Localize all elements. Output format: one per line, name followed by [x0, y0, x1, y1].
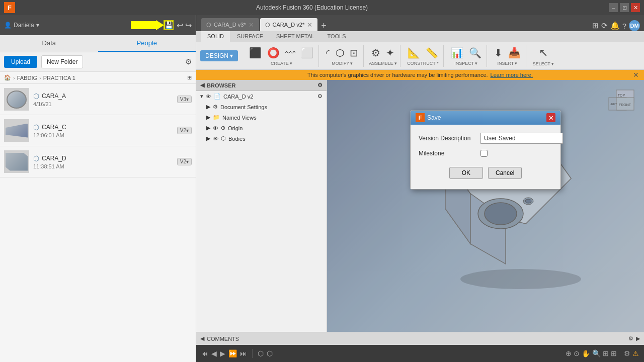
- extrude-button[interactable]: ⬛: [247, 46, 264, 60]
- minimize-button[interactable]: –: [609, 3, 618, 12]
- tab-data[interactable]: Data: [0, 35, 98, 52]
- tree-eye-icon[interactable]: 👁: [206, 94, 211, 100]
- upload-button[interactable]: Upload: [4, 56, 37, 68]
- inspect-label[interactable]: INSPECT▾: [454, 61, 477, 66]
- insert-mesh-button[interactable]: 📥: [506, 46, 523, 60]
- restore-button[interactable]: ⊡: [620, 3, 629, 12]
- ribbon-tab-sheet-metal[interactable]: SHEET METAL: [270, 31, 320, 42]
- warning-link[interactable]: Learn more here.: [491, 72, 533, 78]
- select-label[interactable]: SELECT▾: [533, 61, 554, 66]
- comments-expand-right-icon[interactable]: ▶: [636, 335, 640, 342]
- milestone-checkbox[interactable]: [480, 150, 488, 157]
- design-dropdown[interactable]: DESIGN ▾: [200, 50, 238, 61]
- warning-close-button[interactable]: ✕: [633, 71, 639, 79]
- new-folder-button[interactable]: New Folder: [41, 55, 83, 68]
- title-bar-controls: – ⊡ ✕: [609, 3, 640, 12]
- file-date: 11:38:51 AM: [33, 163, 173, 169]
- insert-label[interactable]: INSERT▾: [497, 61, 517, 66]
- redo-button[interactable]: ↪: [185, 21, 192, 30]
- zoom-icon[interactable]: 🔍: [592, 349, 601, 357]
- user-avatar[interactable]: DM: [629, 20, 640, 31]
- ok-button[interactable]: OK: [449, 167, 483, 179]
- tree-eye-icon[interactable]: 👁: [213, 136, 218, 142]
- sketch-mode-icon[interactable]: ⬡: [258, 349, 264, 357]
- browser-tree-item[interactable]: ▶ 👁 ⬡ Bodies: [196, 133, 327, 144]
- modify-label[interactable]: MODIFY▾: [332, 61, 353, 66]
- comments-settings-icon[interactable]: ⚙: [628, 335, 633, 342]
- breadcrumb-practica[interactable]: PRACTICA 1: [43, 75, 75, 81]
- sweep-button[interactable]: 〰: [283, 46, 297, 60]
- playback-fast-forward-icon[interactable]: ⏩: [228, 349, 237, 357]
- add-tab-button[interactable]: +: [321, 21, 327, 31]
- playback-play-icon[interactable]: ▶: [220, 349, 225, 357]
- revolve-button[interactable]: ⭕: [265, 46, 282, 60]
- breadcrumb-fabdig[interactable]: FABDIG: [17, 75, 37, 81]
- assemble-label[interactable]: ASSEMBLE▾: [369, 61, 397, 66]
- fillet-button[interactable]: ◜: [324, 46, 332, 60]
- dialog-close-button[interactable]: ✕: [546, 113, 555, 122]
- browser-tree-item[interactable]: ▶ ⚙ Document Settings: [196, 102, 327, 112]
- tab-help-icon[interactable]: ?: [622, 22, 626, 30]
- home-icon[interactable]: 🏠: [4, 74, 11, 81]
- version-badge[interactable]: V2▾: [177, 158, 192, 165]
- cad-tab-cara-d-v3[interactable]: ⬡ CARA_D v3* ✕: [201, 18, 259, 31]
- browser-settings-icon[interactable]: ⚙: [317, 82, 323, 88]
- version-badge[interactable]: V3▾: [177, 96, 192, 103]
- tab-people[interactable]: People: [98, 35, 196, 52]
- save-button[interactable]: 💾: [164, 20, 174, 30]
- ribbon-tab-tools[interactable]: TOOLS: [321, 31, 352, 42]
- undo-button[interactable]: ↩: [177, 21, 183, 30]
- settings-bottom-icon[interactable]: ⚙: [624, 349, 630, 357]
- browser-tree-item[interactable]: ▶ 📁 Named Views: [196, 112, 327, 123]
- view-cube-icon[interactable]: ⊕: [566, 349, 572, 357]
- browser-item-settings-icon[interactable]: ⚙: [317, 93, 323, 100]
- close-button[interactable]: ✕: [631, 3, 640, 12]
- tab-close-icon[interactable]: ✕: [249, 21, 254, 29]
- insert-derive-button[interactable]: ⬇: [492, 46, 505, 60]
- inspect-btn2[interactable]: 🔍: [467, 46, 484, 60]
- pan-icon[interactable]: ✋: [582, 349, 590, 357]
- browser-collapse-icon[interactable]: ◀: [200, 82, 204, 88]
- version-badge[interactable]: V2▾: [177, 127, 192, 134]
- settings-icon[interactable]: ⚙: [185, 57, 192, 66]
- playback-prev-icon[interactable]: ◀: [211, 349, 217, 357]
- axis-button[interactable]: 📏: [424, 46, 440, 60]
- plane-button[interactable]: 📐: [406, 46, 422, 60]
- list-item[interactable]: ⬡ CARA_C 12:06:01 AM V2▾: [0, 115, 196, 146]
- browser-tree-item[interactable]: ▾ 👁 📄 CARA_D v2 ⚙: [196, 91, 327, 102]
- cad-tab-cara-d-v2[interactable]: ⬡ CARA_D v2* ✕: [260, 18, 318, 31]
- joint-button[interactable]: ⚙: [369, 46, 382, 60]
- tab-menu-icon[interactable]: ⊞: [592, 21, 599, 30]
- comments-expand-icon[interactable]: ◀: [200, 335, 204, 342]
- playback-last-icon[interactable]: ⏭: [240, 349, 247, 357]
- list-item[interactable]: ⬡ CARA_D 11:38:51 AM V2▾: [0, 146, 196, 177]
- ribbon-tab-solid[interactable]: SOLID: [201, 31, 230, 42]
- right-panel: ⬡ CARA_D v3* ✕ ⬡ CARA_D v2* ✕ + ⊞ ⟳ 🔔 ? …: [196, 15, 644, 362]
- version-description-input[interactable]: [480, 133, 563, 144]
- measure-button[interactable]: 📊: [449, 46, 465, 60]
- joint-origin-button[interactable]: ✦: [384, 46, 396, 60]
- tab-close-icon[interactable]: ✕: [307, 21, 312, 29]
- select-button[interactable]: ↖: [537, 45, 550, 60]
- orbit-icon[interactable]: ⊙: [574, 349, 580, 357]
- ribbon-tab-surface[interactable]: SURFACE: [231, 31, 269, 42]
- tab-refresh-icon[interactable]: ⟳: [601, 21, 608, 30]
- tree-eye-icon[interactable]: 👁: [213, 125, 218, 131]
- arrow-annotation: [131, 20, 164, 30]
- browser-tree-item[interactable]: ▶ 👁 ⊕ Origin: [196, 123, 327, 133]
- 3d-mode-icon[interactable]: ⬡: [267, 349, 273, 357]
- loft-button[interactable]: ⬜: [299, 46, 315, 60]
- cancel-button[interactable]: Cancel: [488, 167, 522, 179]
- user-menu[interactable]: 👤 Daniela ▾: [4, 22, 39, 29]
- construct-label[interactable]: CONSTRUCT *: [407, 61, 438, 66]
- viewport-3d[interactable]: TOP LEFT FRONT: [327, 80, 644, 332]
- fit-icon[interactable]: ⊞: [603, 349, 609, 357]
- shell-button[interactable]: ⊡: [348, 46, 360, 60]
- tab-notification-icon[interactable]: 🔔: [610, 21, 620, 30]
- grid-view-icon[interactable]: ⊞: [187, 74, 192, 81]
- grid-icon[interactable]: ⊞: [611, 349, 617, 357]
- create-label[interactable]: CREATE▾: [271, 61, 292, 66]
- playback-first-icon[interactable]: ⏮: [201, 349, 208, 357]
- chamfer-button[interactable]: ⬡: [334, 46, 346, 60]
- list-item[interactable]: ⬡ CARA_A 4/16/21 V3▾: [0, 84, 196, 115]
